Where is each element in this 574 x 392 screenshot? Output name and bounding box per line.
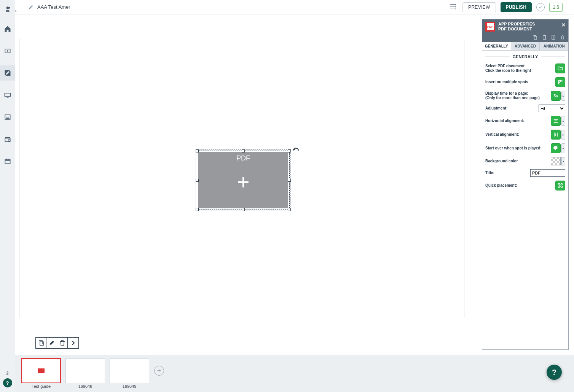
nav-editor[interactable]	[0, 65, 15, 81]
resize-handle-bl[interactable]	[196, 208, 199, 211]
mini-pdf-icon	[38, 368, 45, 373]
h-align-label: Horizontal alignment:	[485, 119, 548, 123]
nav-user-settings[interactable]	[0, 4, 15, 14]
doc-title-wrap[interactable]: AAA Test Amer	[28, 4, 70, 10]
duplicate-button[interactable]	[36, 338, 46, 348]
erase-button[interactable]	[46, 338, 57, 348]
preview-button[interactable]: PREVIEW	[462, 2, 496, 12]
properties-iconbar	[482, 33, 568, 42]
pdf-element[interactable]: PDF +	[198, 152, 288, 208]
doc-title: AAA Test Amer	[37, 4, 70, 10]
help-fab-button[interactable]: ?	[547, 365, 562, 380]
rotate-icon	[292, 146, 300, 155]
v-align-button[interactable]	[551, 130, 561, 140]
section-title: GENERALLY	[485, 54, 565, 59]
clipboard-icon	[550, 34, 556, 40]
grid-icon	[449, 3, 457, 11]
spots-strip: Test guide 169648 169649 +	[15, 355, 574, 392]
v-align-dropdown[interactable]: ▸	[561, 130, 565, 140]
svg-rect-4	[558, 83, 560, 84]
spot-label: Test guide	[32, 384, 51, 389]
start-over-label: Start over when spot is played:	[485, 146, 548, 151]
publish-label: PUBLISH	[506, 5, 527, 10]
quick-placement-button[interactable]	[555, 181, 565, 190]
add-spot-button[interactable]: +	[154, 358, 164, 383]
next-button[interactable]	[68, 338, 78, 348]
trash-small-icon	[560, 34, 566, 40]
nav-screens[interactable]	[0, 87, 15, 103]
properties-tabs: GENERALLY ADVANCED ANIMATION	[482, 42, 568, 51]
display-time-dropdown[interactable]: ▸	[561, 91, 565, 101]
bg-color-dropdown[interactable]: ▾	[561, 157, 565, 165]
h-align-button[interactable]	[551, 116, 561, 126]
sidebar-left: > 2 ?	[0, 0, 15, 392]
title-input[interactable]	[530, 169, 565, 177]
grid-toggle-button[interactable]	[448, 2, 458, 12]
resize-handle-bm[interactable]	[242, 208, 245, 211]
close-button[interactable]: ×	[562, 22, 565, 29]
paste-button[interactable]	[541, 34, 548, 41]
display-time-button[interactable]: 5s	[551, 91, 561, 101]
approve-button[interactable]	[536, 3, 545, 11]
spot-thumbnail-1[interactable]: Test guide	[21, 358, 61, 389]
plus-circle-icon: +	[154, 366, 164, 376]
canvas[interactable]: PDF +	[19, 39, 464, 318]
version-indicator[interactable]: 1.6	[549, 3, 563, 12]
resize-handle-tr[interactable]	[288, 149, 291, 152]
spot-thumbnail-2[interactable]: 169648	[65, 358, 105, 389]
copy-button[interactable]	[532, 34, 539, 41]
tab-animation-label: ANIMATION	[544, 44, 565, 48]
eraser-icon	[48, 340, 55, 346]
resize-handle-br[interactable]	[288, 208, 291, 211]
title-label: Title:	[485, 171, 528, 175]
fullscreen-icon	[557, 183, 563, 189]
nav-home[interactable]	[0, 21, 15, 37]
nav-images[interactable]	[0, 110, 15, 125]
tab-advanced-label: ADVANCED	[515, 44, 536, 48]
start-over-dropdown[interactable]: ▸	[561, 143, 565, 153]
select-pdf-button[interactable]	[555, 63, 565, 73]
svg-rect-3	[561, 81, 562, 82]
plus-icon: +	[237, 171, 250, 193]
adjustment-select[interactable]: Fit	[539, 105, 565, 112]
quick-placement-label: Quick placement:	[485, 183, 553, 188]
svg-rect-2	[558, 81, 560, 82]
publish-button[interactable]: PUBLISH	[501, 2, 532, 12]
copy-icon	[532, 34, 538, 40]
topbar: AAA Test Amer PREVIEW PUBLISH 1.6	[15, 0, 574, 14]
clipboard-button[interactable]	[550, 34, 557, 41]
version-label: 1.6	[553, 5, 559, 10]
rotate-handle[interactable]	[292, 146, 300, 155]
start-over-toggle[interactable]	[551, 143, 561, 153]
nav-media[interactable]	[0, 43, 15, 59]
spot-thumbnail-3[interactable]: 169649	[110, 358, 149, 389]
resize-handle-mr[interactable]	[288, 179, 291, 182]
thumbs-down-icon	[553, 145, 559, 151]
svg-rect-5	[560, 185, 561, 186]
nav-calendar[interactable]	[0, 154, 15, 169]
preview-label: PREVIEW	[468, 5, 490, 10]
bg-color-swatch[interactable]	[551, 157, 561, 165]
adjustment-label: Adjustment:	[485, 106, 536, 111]
insert-multi-button[interactable]	[555, 77, 565, 87]
chevron-right-icon	[70, 340, 77, 346]
trash-small-button[interactable]	[559, 34, 566, 41]
main-area: AAA Test Amer PREVIEW PUBLISH 1.6	[15, 0, 574, 392]
tab-animation[interactable]: ANIMATION	[540, 42, 568, 50]
tab-generally-label: GENERALLY	[485, 44, 508, 48]
h-align-dropdown[interactable]: ▸	[561, 116, 565, 126]
sidebar-help-button[interactable]: ?	[3, 378, 12, 387]
align-center-v-icon	[553, 132, 559, 138]
properties-subtitle: PDF DOCUMENT	[498, 27, 535, 32]
check-icon	[538, 5, 543, 10]
delete-button[interactable]	[57, 338, 68, 348]
pdf-element-label: PDF	[236, 154, 250, 162]
nav-schedule[interactable]	[0, 132, 15, 147]
multi-spots-icon	[557, 79, 563, 85]
section-title-label: GENERALLY	[513, 54, 538, 59]
tab-advanced[interactable]: ADVANCED	[511, 42, 540, 50]
spot-label: 169648	[78, 384, 92, 389]
display-time-label: Display time for a page: (Only for more …	[485, 91, 548, 100]
tab-generally[interactable]: GENERALLY	[482, 42, 511, 50]
sidebar-badge: 2	[6, 371, 8, 375]
